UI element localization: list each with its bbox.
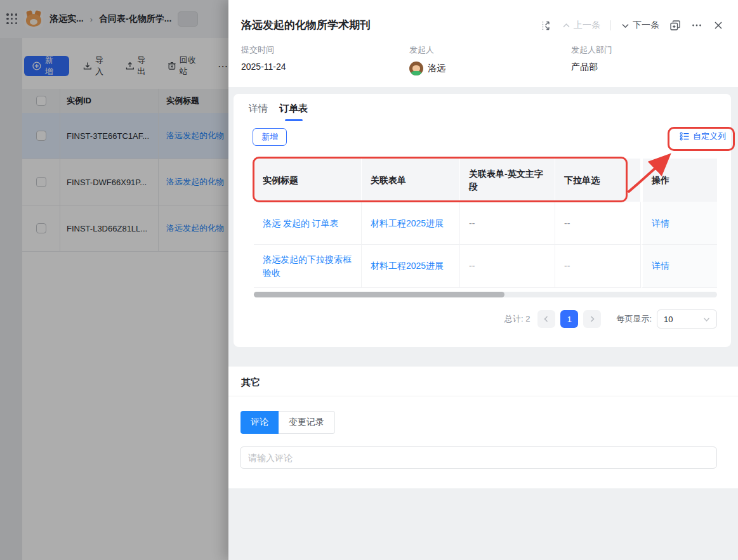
meta-submit-time: 提交时间 2025-11-24 bbox=[241, 44, 286, 72]
resize-drawer-icon[interactable] bbox=[541, 20, 552, 31]
dropdown-value: -- bbox=[555, 245, 641, 288]
subform-table: 实例标题 关联表单 关联表单-英文主字段 下拉单选 操作 洛远 发起的 订单表 … bbox=[254, 159, 717, 288]
subform-card: 详情 订单表 新增 自定义列 实例标题 关联表单 bbox=[234, 94, 731, 347]
subrecord-title-link[interactable]: 洛远发起的下拉搜索框验收 bbox=[263, 253, 352, 279]
tab-order-form[interactable]: 订单表 bbox=[279, 103, 308, 121]
subform-table-header: 实例标题 关联表单 关联表单-英文主字段 下拉单选 操作 bbox=[254, 159, 717, 202]
subrecord-title-link[interactable]: 洛远 发起的 订单表 bbox=[263, 217, 339, 230]
close-icon[interactable] bbox=[713, 20, 724, 31]
linked-form-link[interactable]: 材料工程2025进展 bbox=[371, 259, 444, 272]
customize-columns-button[interactable]: 自定义列 bbox=[680, 131, 726, 142]
modal-overlay[interactable] bbox=[0, 0, 228, 560]
per-page-select[interactable]: 10 bbox=[657, 309, 717, 329]
prev-page-button[interactable] bbox=[537, 310, 555, 328]
subtable-new-button[interactable]: 新增 bbox=[253, 128, 287, 146]
subform-row: 洛远发起的下拉搜索框验收 材料工程2025进展 -- -- 详情 bbox=[254, 245, 717, 288]
customize-columns-icon bbox=[680, 132, 689, 141]
next-page-button[interactable] bbox=[583, 310, 601, 328]
dropdown-value: -- bbox=[555, 202, 641, 245]
row-detail-link[interactable]: 详情 bbox=[652, 217, 669, 230]
detail-tabs: 详情 订单表 bbox=[249, 103, 308, 121]
divider bbox=[610, 20, 611, 30]
record-meta: 提交时间 2025-11-24 发起人 洛远 发起人部门 产品部 bbox=[241, 44, 725, 76]
drawer-body: 详情 订单表 新增 自定义列 实例标题 关联表单 bbox=[228, 87, 738, 560]
chevron-right-icon bbox=[588, 315, 596, 323]
background-page: 洛远实... › 合同表-化物所学... 新增 导入 导出 回收站 ⋯ bbox=[0, 0, 228, 560]
chevron-left-icon bbox=[543, 315, 550, 323]
active-tab-underline bbox=[285, 119, 303, 121]
meta-initiator: 发起人 洛远 bbox=[409, 44, 445, 75]
pagination-total: 总计: 2 bbox=[504, 313, 530, 325]
other-section: 其它 评论 变更记录 bbox=[228, 367, 738, 488]
row-detail-link[interactable]: 详情 bbox=[652, 259, 669, 272]
col-header: 下拉单选 bbox=[555, 159, 641, 202]
en-field-value: -- bbox=[460, 202, 555, 245]
next-record-button[interactable]: 下一条 bbox=[621, 20, 659, 31]
col-header: 关联表单 bbox=[362, 159, 460, 202]
comment-tabs: 评论 变更记录 bbox=[241, 411, 335, 434]
other-heading: 其它 bbox=[241, 377, 260, 389]
chevron-up-icon bbox=[562, 22, 570, 30]
initiator-avatar bbox=[409, 62, 423, 75]
divider bbox=[228, 396, 738, 396]
prev-record-button[interactable]: 上一条 bbox=[562, 20, 600, 31]
horizontal-scrollbar[interactable] bbox=[254, 292, 717, 297]
more-actions-icon[interactable] bbox=[691, 20, 702, 31]
drawer-title: 洛远发起的化物所学术期刊 bbox=[241, 18, 371, 32]
scrollbar-thumb[interactable] bbox=[254, 292, 504, 297]
en-field-value: -- bbox=[460, 245, 555, 288]
pagination: 总计: 2 1 每页显示: 10 bbox=[504, 309, 717, 329]
subform-row: 洛远 发起的 订单表 材料工程2025进展 -- -- 详情 bbox=[254, 202, 717, 245]
tab-details[interactable]: 详情 bbox=[249, 103, 268, 121]
comment-input[interactable] bbox=[240, 446, 717, 469]
tab-change-log[interactable]: 变更记录 bbox=[279, 411, 335, 434]
linked-form-link[interactable]: 材料工程2025进展 bbox=[371, 217, 444, 230]
drawer-actions: 上一条 下一条 bbox=[541, 18, 724, 33]
meta-department: 发起人部门 产品部 bbox=[571, 44, 612, 73]
page-number-active[interactable]: 1 bbox=[560, 310, 578, 328]
per-page-label: 每页显示: bbox=[616, 313, 652, 325]
detail-drawer: 洛远发起的化物所学术期刊 上一条 下一条 提交时间 2025-11-24 bbox=[228, 0, 738, 560]
chevron-down-icon bbox=[621, 22, 629, 30]
col-header: 关联表单-英文主字段 bbox=[460, 159, 555, 202]
open-in-new-window-icon[interactable] bbox=[669, 20, 681, 31]
tab-comments[interactable]: 评论 bbox=[241, 411, 279, 434]
col-header: 实例标题 bbox=[254, 159, 362, 202]
chevron-down-icon bbox=[703, 316, 710, 323]
col-header-action: 操作 bbox=[641, 159, 717, 202]
initiator-name: 洛远 bbox=[428, 63, 445, 74]
